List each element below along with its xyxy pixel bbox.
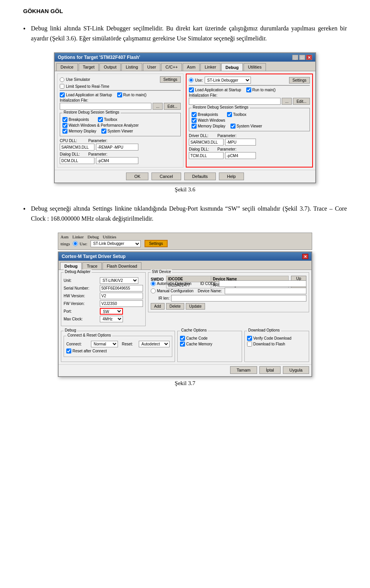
serial-input[interactable] bbox=[100, 285, 143, 291]
load-app-label-right: Load Application at Startup bbox=[195, 88, 241, 92]
dialog-dll-input-right[interactable] bbox=[189, 152, 224, 159]
ir-len-input[interactable] bbox=[171, 295, 306, 302]
hw-version-input[interactable] bbox=[100, 293, 143, 299]
cortex-tab-flash[interactable]: Flash Download bbox=[103, 262, 141, 270]
breakpoints-cb-right[interactable] bbox=[192, 112, 197, 117]
tab-output[interactable]: Output bbox=[99, 63, 121, 71]
uygula-button[interactable]: Uygula bbox=[283, 366, 309, 374]
init-file-input-right[interactable] bbox=[189, 98, 281, 105]
dialog-title: Options for Target 'STM32F407 Flash' bbox=[58, 55, 140, 60]
driver-param-input[interactable] bbox=[225, 139, 256, 146]
edit-btn-right[interactable]: Edit... bbox=[293, 98, 310, 105]
verify-code-cb[interactable] bbox=[247, 336, 252, 341]
cpu-dll-input[interactable] bbox=[60, 144, 94, 151]
download-flash-cb[interactable] bbox=[247, 342, 252, 347]
tab-device[interactable]: Device bbox=[56, 63, 78, 71]
tab-utilities[interactable]: Utilities bbox=[244, 63, 266, 71]
load-app-checkbox[interactable] bbox=[60, 92, 65, 97]
cache-memory-cb[interactable] bbox=[180, 342, 185, 347]
unit-select[interactable]: ST-LINK/V2 bbox=[100, 277, 138, 284]
fw-version-input[interactable] bbox=[100, 300, 143, 307]
cache-options-group: Cache Options Cache Code Cache Memory bbox=[177, 331, 242, 362]
browse-btn[interactable]: ... bbox=[153, 103, 163, 110]
breakpoints-cb-left[interactable] bbox=[62, 117, 67, 122]
breakpoints-label-left: Breakpoints bbox=[69, 117, 89, 122]
watch-label-left: Watch Windows & Performance Analyzer bbox=[69, 123, 139, 127]
memory-cb-right[interactable] bbox=[192, 124, 197, 129]
ok-button[interactable]: OK bbox=[126, 173, 148, 180]
reset-select[interactable]: Autodetect bbox=[139, 341, 170, 347]
right-settings-button[interactable]: Settings bbox=[289, 77, 310, 84]
watch-label-right: Watch Windows bbox=[198, 118, 225, 122]
memory-cb-left[interactable] bbox=[62, 129, 67, 134]
dialog-dll-label-left: Dialog DLL: bbox=[60, 152, 87, 156]
port-select[interactable]: SW JTAG bbox=[100, 308, 123, 315]
add-button[interactable]: Add bbox=[151, 303, 165, 310]
tamam-button[interactable]: Tamam bbox=[230, 366, 257, 374]
watch-cb-right[interactable] bbox=[192, 118, 197, 123]
driver-dll-input[interactable] bbox=[189, 139, 224, 146]
sysviewer-cb-right[interactable] bbox=[230, 124, 235, 129]
cache-code-cb[interactable] bbox=[180, 336, 185, 341]
maximize-button[interactable]: □ bbox=[299, 55, 305, 60]
tab-linker[interactable]: Linker bbox=[200, 63, 220, 71]
unit-label: Unit: bbox=[64, 278, 98, 283]
run-main-checkbox[interactable] bbox=[117, 92, 122, 97]
tab-debug[interactable]: Debug bbox=[221, 63, 243, 71]
back-debugger-select[interactable]: ST-Link Debugger bbox=[91, 240, 141, 247]
ir-len-label: IR len: bbox=[158, 296, 170, 300]
cortex-final-buttons: Tamam İptal Uygula bbox=[59, 364, 311, 376]
sysviewer-label-left: System Viewer bbox=[108, 129, 133, 133]
toolbox-cb-right[interactable] bbox=[227, 112, 232, 117]
cortex-tab-debug[interactable]: Debug bbox=[60, 262, 82, 270]
tab-asm[interactable]: Asm bbox=[183, 63, 200, 71]
update-button[interactable]: Update bbox=[186, 303, 205, 310]
toolbox-cb-left[interactable] bbox=[98, 117, 103, 122]
use-simulator-radio[interactable] bbox=[60, 77, 64, 82]
edit-btn-left[interactable]: Edit... bbox=[164, 103, 181, 110]
max-clock-select[interactable]: 4MHz bbox=[100, 316, 123, 322]
cache-memory-label: Cache Memory bbox=[186, 342, 212, 346]
help-button[interactable]: Help bbox=[219, 173, 244, 180]
verify-code-label: Verify Code Download bbox=[253, 336, 291, 340]
back-settings-button[interactable]: Settings bbox=[145, 240, 168, 247]
connect-select[interactable]: Normal bbox=[91, 341, 118, 347]
dialog-param-input-right[interactable] bbox=[225, 152, 256, 159]
tab-listing[interactable]: Listing bbox=[121, 63, 142, 71]
browse-btn-right[interactable]: ... bbox=[282, 98, 292, 105]
cortex-close-button[interactable]: ✕ bbox=[302, 254, 308, 259]
device-name-input[interactable] bbox=[225, 288, 306, 294]
dialog-param-label-right: Parameter: bbox=[217, 147, 244, 151]
watch-cb-left[interactable] bbox=[62, 123, 67, 128]
limit-speed-checkbox[interactable] bbox=[60, 84, 64, 89]
dialog-param-label-left: Parameter: bbox=[88, 152, 115, 156]
options-dialog: Options for Target 'STM32F407 Flash' _ □… bbox=[54, 52, 316, 183]
tab-cc[interactable]: C/C++ bbox=[161, 63, 182, 71]
sysviewer-cb-left[interactable] bbox=[101, 129, 106, 134]
manual-config-radio[interactable] bbox=[151, 288, 156, 293]
iptal-button[interactable]: İptal bbox=[259, 366, 281, 374]
load-app-cb-right[interactable] bbox=[189, 87, 194, 92]
debugger-select[interactable]: ST-Link Debugger bbox=[205, 77, 251, 84]
back-use-radio[interactable] bbox=[73, 241, 78, 246]
reset-after-connect-cb[interactable] bbox=[66, 348, 71, 353]
id-code-input[interactable] bbox=[219, 280, 306, 287]
use-debugger-row: Use: ST-Link Debugger Settings bbox=[189, 77, 310, 84]
defaults-button[interactable]: Defaults bbox=[184, 173, 216, 180]
cpu-param-input[interactable] bbox=[96, 144, 138, 151]
auto-detection-radio[interactable] bbox=[151, 281, 156, 286]
cortex-tab-trace[interactable]: Trace bbox=[82, 262, 102, 270]
left-settings-button[interactable]: Settings bbox=[160, 76, 181, 83]
tab-target[interactable]: Target bbox=[79, 63, 99, 71]
close-button[interactable]: ✕ bbox=[306, 55, 312, 60]
use-debugger-radio[interactable] bbox=[189, 78, 193, 82]
minimize-button[interactable]: _ bbox=[292, 55, 298, 60]
delete-button[interactable]: Delete bbox=[166, 303, 184, 310]
dialog-param-input-left[interactable] bbox=[96, 157, 138, 164]
dialog-dll-input-left[interactable] bbox=[60, 157, 94, 164]
init-file-input[interactable] bbox=[60, 103, 151, 110]
run-main-cb-right[interactable] bbox=[246, 87, 251, 92]
cancel-button[interactable]: Cancel bbox=[151, 173, 181, 180]
tab-user[interactable]: User bbox=[143, 63, 160, 71]
restore-debug-title-left: Restore Debug Session Settings bbox=[62, 110, 121, 114]
